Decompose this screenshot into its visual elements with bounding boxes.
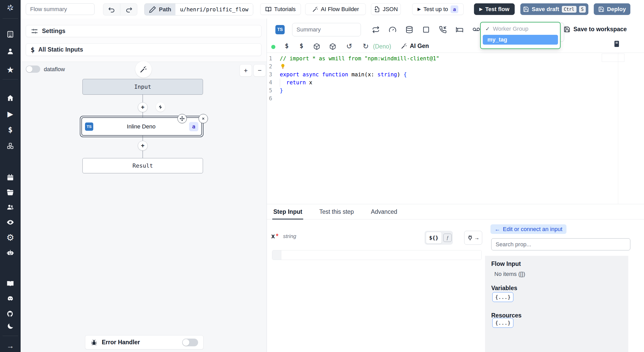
ai-flow-builder-button[interactable]: AI Flow Builder (305, 3, 366, 15)
error-handler-row[interactable]: Error Handler (85, 335, 204, 349)
ai-gen-button[interactable]: AI Gen (401, 43, 429, 50)
voicemail-icon[interactable] (472, 26, 480, 34)
function-toggle[interactable]: ƒ (443, 234, 452, 242)
path-value[interactable]: u/henri/prolific_flow (175, 4, 253, 15)
home-icon[interactable] (6, 94, 14, 102)
resource-picker-icon[interactable]: $ (300, 42, 303, 50)
zoom-in-button[interactable]: + (240, 64, 252, 77)
worker-group-dropdown: ✓ Worker Group my_tag (480, 22, 561, 49)
windmill-logo-icon[interactable] (5, 2, 16, 13)
field-label-row: x * string (271, 232, 296, 240)
docs-book-icon[interactable] (6, 280, 14, 288)
sidebar-divider (3, 18, 18, 19)
runs-play-icon[interactable]: ▶ (6, 110, 14, 118)
ai-wand-button[interactable] (135, 61, 152, 78)
resources-boxes-icon[interactable] (6, 142, 14, 150)
tab-step-input[interactable]: Step Input (273, 204, 302, 219)
workspace-building-icon[interactable] (6, 30, 14, 38)
bolt-icon (158, 104, 163, 110)
deploy-button[interactable]: Deploy (594, 3, 630, 15)
connect-input-button[interactable]: → (464, 231, 482, 245)
code-line[interactable]: 2 (267, 63, 644, 71)
reset-rotate-icon[interactable]: ↺ (346, 42, 352, 51)
code-line[interactable]: 1// import * as wmill from "npm:windmill… (267, 55, 644, 63)
user-icon[interactable] (6, 47, 14, 55)
test-up-to-button[interactable]: ▶ Test up to a (412, 3, 464, 15)
flow-node-input[interactable]: Input (82, 79, 203, 95)
flow-summary-input[interactable] (26, 3, 95, 15)
variable-picker-icon[interactable]: $ (285, 42, 289, 50)
json-button[interactable]: JSON (371, 3, 401, 15)
package-box-icon[interactable] (313, 43, 320, 50)
early-stop-gauge-icon[interactable] (389, 26, 396, 34)
dataflow-toggle[interactable] (26, 66, 40, 73)
resources-object-chip[interactable]: {...} (492, 318, 513, 328)
step-id-badge: a (451, 5, 458, 13)
tab-advanced[interactable]: Advanced (371, 204, 397, 219)
schedules-calendar-icon[interactable] (6, 173, 14, 182)
trigger-bolt-button[interactable] (156, 102, 165, 112)
dark-mode-moon-icon[interactable] (6, 322, 14, 330)
undo-button[interactable] (103, 4, 120, 15)
redo-button[interactable] (120, 4, 137, 15)
settings-gear-icon[interactable]: ⚙ (6, 233, 14, 242)
code-line[interactable]: 3export async function main(x: string) { (267, 71, 644, 79)
edit-or-connect-chip[interactable]: ← Edit or connect an input (490, 224, 566, 234)
required-asterisk: * (276, 232, 278, 240)
flow-node-result[interactable]: Result (82, 158, 203, 173)
github-icon[interactable] (6, 310, 14, 318)
bug-icon (90, 339, 98, 346)
worker-group-option-selected[interactable]: my_tag (483, 35, 558, 45)
flow-settings-button[interactable]: Settings (26, 25, 261, 37)
path-button[interactable]: Path (145, 4, 175, 15)
tab-test-this-step[interactable]: Test this step (319, 204, 354, 219)
pencil-icon (149, 6, 156, 13)
delete-step-button[interactable] (199, 114, 208, 123)
error-handler-toggle[interactable] (182, 339, 198, 346)
all-static-inputs-button[interactable]: $ All Static Inputs (26, 43, 261, 56)
sidebar: ★ ▶ $ ⚙ (0, 0, 21, 352)
tutorials-button[interactable]: Tutorials (260, 3, 301, 15)
search-prop-input[interactable] (491, 238, 630, 250)
favorites-star-icon[interactable]: ★ (6, 66, 14, 74)
insert-step-button[interactable]: + (138, 102, 148, 112)
minimap-slider[interactable] (602, 54, 624, 62)
input-text-area[interactable] (281, 250, 481, 260)
code-editor[interactable]: 1// import * as wmill from "npm:windmill… (267, 53, 644, 206)
audit-logs-eye-icon[interactable] (6, 218, 14, 226)
folders-icon[interactable] (6, 188, 14, 197)
variables-dollar-icon[interactable]: $ (6, 126, 14, 134)
code-line[interactable]: 5} (267, 87, 644, 95)
step-summary-input[interactable] (292, 23, 361, 36)
insert-step-button[interactable]: + (138, 141, 148, 151)
code-line[interactable]: 6 (267, 95, 644, 103)
package-box-icon[interactable] (329, 43, 336, 50)
play-icon: ▶ (418, 7, 421, 11)
template-expr-toggle[interactable]: ${} (426, 232, 442, 244)
sleep-bed-icon[interactable] (456, 26, 463, 34)
input-gutter (272, 250, 281, 260)
cache-database-icon[interactable] (405, 26, 413, 34)
mock-square-icon[interactable] (422, 26, 430, 34)
suspend-phone-incoming-icon[interactable] (439, 26, 447, 34)
save-draft-button[interactable]: Save draft Ctrl S (520, 3, 588, 15)
variables-object-chip[interactable]: {...} (492, 292, 513, 302)
flow-panel: Settings $ All Static Inputs dataflow + … (21, 19, 267, 352)
groups-icon[interactable] (6, 203, 14, 211)
flow-input-title: Flow Input (491, 260, 521, 267)
script-library-icon[interactable] (613, 40, 621, 48)
step-label: Inline Deno (127, 123, 155, 130)
retry-repeat-icon[interactable] (372, 26, 380, 34)
panel-divider[interactable] (267, 19, 267, 352)
code-line[interactable]: 4 return x (267, 79, 644, 87)
field-value-input[interactable] (272, 250, 482, 260)
expand-sidebar-arrow-icon[interactable]: → (6, 342, 14, 350)
move-step-button[interactable] (177, 114, 187, 123)
zoom-out-button[interactable]: − (253, 64, 266, 77)
save-to-workspace-button[interactable]: Save to workspace (564, 26, 627, 33)
lightbulb-icon[interactable] (280, 63, 286, 70)
workers-robot-icon[interactable] (6, 248, 14, 257)
test-flow-button[interactable]: ▶ Test flow (474, 3, 515, 15)
discord-icon[interactable] (6, 294, 14, 303)
reload-refresh-icon[interactable]: ↻ (363, 42, 369, 51)
